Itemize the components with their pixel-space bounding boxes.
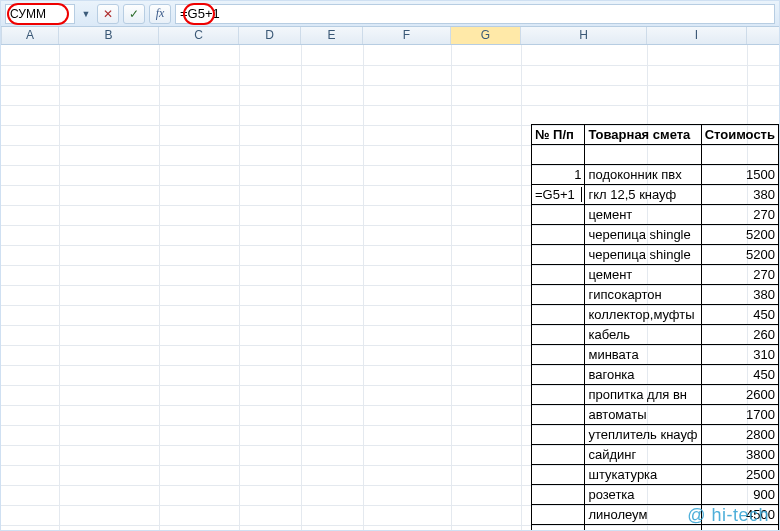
table-gap-row xyxy=(532,145,779,165)
col-header-B[interactable]: B xyxy=(59,27,159,44)
table-row: =G5+1гкл 12,5 кнауф380 xyxy=(532,185,779,205)
table-row: черепица shingle5200 xyxy=(532,245,779,265)
accept-formula-button[interactable]: ✓ xyxy=(123,4,145,24)
cell-name[interactable]: линолеум xyxy=(585,505,701,525)
table-row: цемент270 xyxy=(532,205,779,225)
col-header-H[interactable]: H xyxy=(521,27,647,44)
cell-name[interactable]: минвата xyxy=(585,345,701,365)
col-header-F[interactable]: F xyxy=(363,27,451,44)
cell-name[interactable]: вагонка xyxy=(585,365,701,385)
cell-name[interactable]: гипсокартон xyxy=(585,285,701,305)
cell-number[interactable] xyxy=(532,445,585,465)
cell-cost[interactable]: 2800 xyxy=(701,425,778,445)
cancel-formula-button[interactable]: ✕ xyxy=(97,4,119,24)
cell-number[interactable]: =G5+1 xyxy=(532,185,585,205)
cell-number[interactable] xyxy=(532,505,585,525)
table-row: коллектор,муфты450 xyxy=(532,305,779,325)
table-row: пропитка для вн2600 xyxy=(532,385,779,405)
cell-cost[interactable]: 3800 xyxy=(701,445,778,465)
cell-name[interactable]: сайдинг xyxy=(585,445,701,465)
cell-name[interactable]: цемент xyxy=(585,205,701,225)
cell-cost[interactable]: 5200 xyxy=(701,245,778,265)
cell-name[interactable]: пеноплекс ко xyxy=(585,525,701,532)
cell-number[interactable] xyxy=(532,425,585,445)
col-header-E[interactable]: E xyxy=(301,27,363,44)
cell-number[interactable] xyxy=(532,325,585,345)
cell-cost[interactable]: 2600 xyxy=(701,385,778,405)
table-row: утеплитель кнауф2800 xyxy=(532,425,779,445)
cell-number[interactable] xyxy=(532,245,585,265)
table-row: сайдинг3800 xyxy=(532,445,779,465)
column-headers: A B C D E F G H I xyxy=(1,27,779,45)
name-box[interactable]: СУММ xyxy=(5,4,75,24)
cell-cost[interactable]: 450 xyxy=(701,305,778,325)
fx-icon: fx xyxy=(156,6,165,21)
cell-name[interactable]: автоматы xyxy=(585,405,701,425)
cell-number[interactable] xyxy=(532,465,585,485)
col-header-D[interactable]: D xyxy=(239,27,301,44)
formula-bar: СУММ ▼ ✕ ✓ fx =G5+1 xyxy=(1,1,779,27)
cell-number[interactable] xyxy=(532,485,585,505)
cell-cost[interactable]: 380 xyxy=(701,285,778,305)
cell-cost[interactable]: 1700 xyxy=(701,405,778,425)
cell-number[interactable] xyxy=(532,265,585,285)
cell-number[interactable] xyxy=(532,385,585,405)
cell-number[interactable] xyxy=(532,345,585,365)
cell-name[interactable]: цемент xyxy=(585,265,701,285)
cell-number[interactable] xyxy=(532,225,585,245)
cell-name[interactable]: кабель xyxy=(585,325,701,345)
formula-input[interactable]: =G5+1 xyxy=(175,4,775,24)
cell-cost[interactable]: 450 xyxy=(701,365,778,385)
cell-cost[interactable]: 900 xyxy=(701,485,778,505)
cancel-icon: ✕ xyxy=(103,7,113,21)
cell-name[interactable]: пропитка для вн xyxy=(585,385,701,405)
formula-text: =G5+1 xyxy=(180,6,220,21)
excel-window: СУММ ▼ ✕ ✓ fx =G5+1 A B C D E F G H I № … xyxy=(0,0,780,531)
col-header-I[interactable]: I xyxy=(647,27,747,44)
cell-cost[interactable]: 310 xyxy=(701,345,778,365)
cell-number[interactable] xyxy=(532,285,585,305)
cell-number[interactable] xyxy=(532,205,585,225)
table-row: 1подоконник пвх1500 xyxy=(532,165,779,185)
spreadsheet-grid[interactable]: № П/п Товарная смета Стоимость 1подоконн… xyxy=(1,45,779,531)
cell-cost[interactable]: 270 xyxy=(701,265,778,285)
table-row: черепица shingle5200 xyxy=(532,225,779,245)
cell-cost[interactable]: 5200 xyxy=(701,225,778,245)
cell-cost[interactable]: 380 xyxy=(701,185,778,205)
table-row: штукатурка2500 xyxy=(532,465,779,485)
table-row: розетка900 xyxy=(532,485,779,505)
data-table: № П/п Товарная смета Стоимость 1подоконн… xyxy=(531,124,779,531)
col-header-A[interactable]: A xyxy=(1,27,59,44)
cell-number[interactable] xyxy=(532,365,585,385)
name-box-dropdown-icon[interactable]: ▼ xyxy=(79,4,93,24)
col-header-C[interactable]: C xyxy=(159,27,239,44)
cell-name[interactable]: черепица shingle xyxy=(585,245,701,265)
cell-number[interactable] xyxy=(532,305,585,325)
table-row: минвата310 xyxy=(532,345,779,365)
table-row: кабель260 xyxy=(532,325,779,345)
cell-number[interactable]: 1 xyxy=(532,165,585,185)
cell-name[interactable]: утеплитель кнауф xyxy=(585,425,701,445)
table-row: автоматы1700 xyxy=(532,405,779,425)
watermark: @ hi-tech xyxy=(687,505,769,526)
cell-name[interactable]: подоконник пвх xyxy=(585,165,701,185)
cell-name[interactable]: штукатурка xyxy=(585,465,701,485)
cell-cost[interactable]: 260 xyxy=(701,325,778,345)
cell-cost[interactable]: 2500 xyxy=(701,465,778,485)
table-row: цемент270 xyxy=(532,265,779,285)
cell-name[interactable]: коллектор,муфты xyxy=(585,305,701,325)
cell-name[interactable]: гкл 12,5 кнауф xyxy=(585,185,701,205)
cell-name[interactable]: черепица shingle xyxy=(585,225,701,245)
header-number[interactable]: № П/п xyxy=(532,125,585,145)
cell-number[interactable] xyxy=(532,405,585,425)
col-header-G[interactable]: G xyxy=(451,27,521,44)
insert-function-button[interactable]: fx xyxy=(149,4,171,24)
table-row: гипсокартон380 xyxy=(532,285,779,305)
cell-cost[interactable]: 1500 xyxy=(701,165,778,185)
cell-cost[interactable]: 270 xyxy=(701,205,778,225)
cell-number[interactable] xyxy=(532,525,585,532)
header-name[interactable]: Товарная смета xyxy=(585,125,701,145)
check-icon: ✓ xyxy=(129,7,139,21)
cell-name[interactable]: розетка xyxy=(585,485,701,505)
header-cost[interactable]: Стоимость xyxy=(701,125,778,145)
